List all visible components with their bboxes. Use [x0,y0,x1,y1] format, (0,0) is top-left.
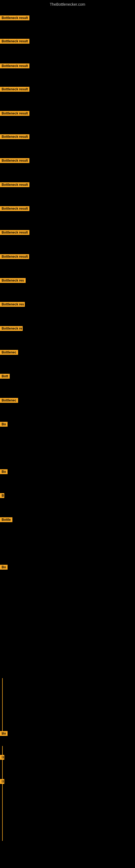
bottleneck-badge-12: Bottleneck res [0,302,25,308]
badge-label-14: Bottlenec [0,350,18,355]
bottleneck-badge-7: Bottleneck result [0,182,30,188]
bottleneck-badge-15: Bott [0,374,10,380]
badge-label-15: Bott [0,374,10,379]
badge-label-19: B [0,493,4,498]
bottleneck-badge-4: Bottleneck result [0,111,30,117]
badge-label-6: Bottleneck result [0,158,30,163]
badge-label-21: Bo [0,565,8,569]
badge-label-18: Bo [0,469,8,474]
bottleneck-badge-14: Bottlenec [0,350,18,356]
bottleneck-badge-2: Bottleneck result [0,63,30,69]
bottleneck-badge-10: Bottleneck result [0,254,29,260]
bottleneck-badge-21: Bo [0,565,8,571]
badge-label-4: Bottleneck result [0,111,30,116]
vertical-line-0 [2,678,3,733]
badge-label-13: Bottleneck re [0,326,23,331]
badge-label-10: Bottleneck result [0,254,29,259]
badge-label-3: Bottleneck result [0,87,30,92]
badge-label-5: Bottleneck result [0,134,30,139]
badge-label-1: Bottleneck result [0,39,30,44]
bottleneck-badge-18: Bo [0,469,8,475]
bottleneck-badge-3: Bottleneck result [0,87,30,93]
badge-label-22: Bo [0,731,8,736]
badge-label-2: Bottleneck result [0,63,30,68]
bottleneck-badge-19: B [0,493,4,499]
bottleneck-badge-5: Bottleneck result [0,134,30,140]
bottleneck-badge-13: Bottleneck re [0,326,23,332]
bottleneck-badge-1: Bottleneck result [0,39,30,45]
bottleneck-badge-11: Bottleneck res [0,278,26,284]
vertical-line-1 [2,746,3,841]
badge-label-0: Bottleneck result [0,16,30,20]
bottleneck-badge-16: Bottlenec [0,398,18,404]
badge-label-16: Bottlenec [0,398,18,403]
bottleneck-badge-20: Bottle [0,517,12,523]
bottleneck-badge-0: Bottleneck result [0,16,30,22]
badge-label-12: Bottleneck res [0,302,25,307]
badge-label-9: Bottleneck result [0,230,30,235]
bottleneck-badge-17: Bo [0,422,8,428]
badge-label-20: Bottle [0,517,12,522]
site-title: TheBottlenecker.com [0,0,135,8]
bottleneck-badge-8: Bottleneck result [0,206,30,212]
bottleneck-badge-6: Bottleneck result [0,158,30,164]
badge-label-7: Bottleneck result [0,182,30,187]
bottleneck-badge-9: Bottleneck result [0,230,30,236]
badge-label-17: Bo [0,422,8,427]
bottleneck-badge-22: Bo [0,731,8,737]
badge-label-11: Bottleneck res [0,278,26,283]
badge-label-8: Bottleneck result [0,206,30,211]
